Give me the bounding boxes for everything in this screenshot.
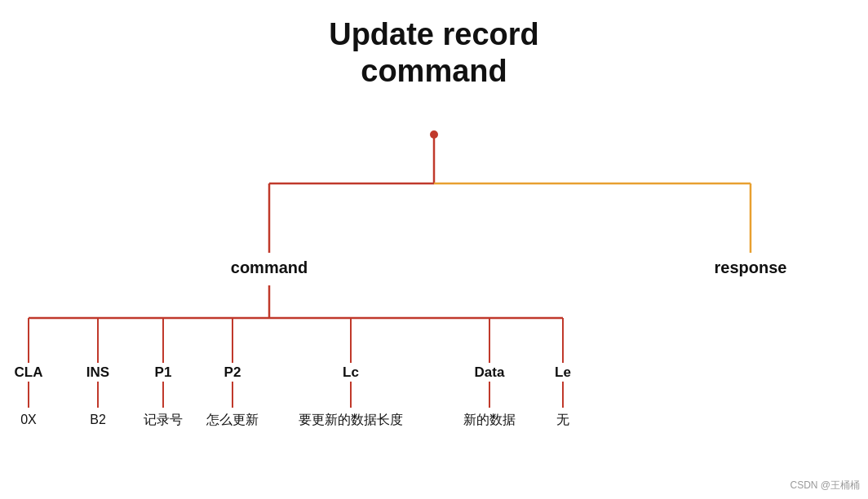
lc-sublabel: 要更新的数据长度 — [299, 413, 403, 426]
ins-label: INS — [86, 364, 109, 380]
le-sublabel: 无 — [556, 413, 569, 426]
data-label: Data — [475, 364, 505, 380]
cla-label: CLA — [15, 364, 43, 380]
ins-sublabel: B2 — [90, 413, 106, 426]
response-label: response — [715, 258, 787, 276]
title-line2: command — [361, 54, 507, 88]
p2-label: P2 — [224, 364, 241, 380]
p1-sublabel: 记录号 — [144, 413, 183, 426]
p2-sublabel: 怎么更新 — [206, 413, 259, 426]
watermark: CSDN @王桶桶 — [790, 479, 860, 492]
lc-label: Lc — [343, 364, 359, 380]
command-label: command — [231, 258, 308, 276]
title-line1: Update record — [329, 17, 539, 51]
data-sublabel: 新的数据 — [463, 413, 516, 426]
le-label: Le — [555, 364, 571, 380]
p1-label: P1 — [155, 364, 172, 380]
cla-sublabel: 0X — [20, 413, 37, 426]
